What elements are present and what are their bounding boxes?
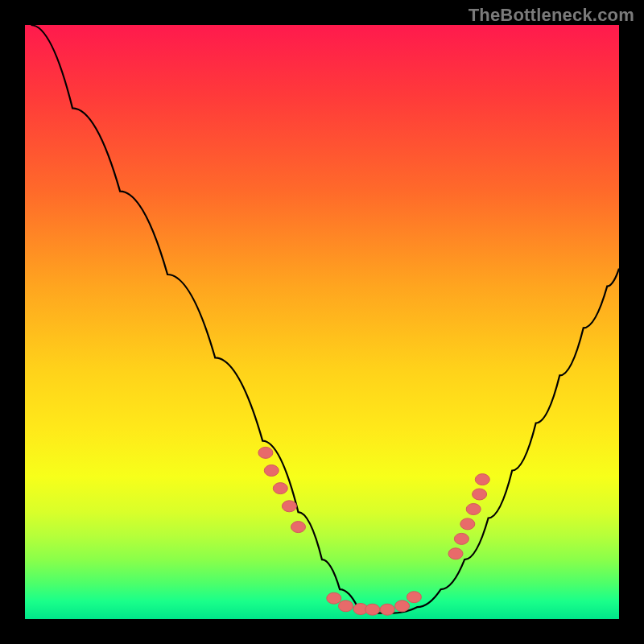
data-marker — [475, 474, 489, 485]
data-marker — [473, 489, 487, 500]
watermark-text: TheBottleneck.com — [469, 5, 634, 26]
data-marker — [264, 465, 279, 477]
chart-frame: TheBottleneck.com — [0, 0, 644, 644]
data-marker — [460, 518, 475, 530]
data-marker — [380, 604, 394, 615]
data-marker — [258, 447, 273, 458]
data-marker — [466, 504, 481, 515]
data-marker — [454, 533, 469, 544]
data-marker — [282, 501, 296, 512]
data-marker — [273, 483, 287, 494]
marker-group — [258, 447, 489, 615]
data-marker — [291, 522, 306, 533]
data-marker — [407, 592, 421, 603]
bottleneck-curve — [31, 25, 619, 613]
chart-svg — [25, 25, 619, 619]
data-marker — [327, 592, 341, 604]
data-marker — [448, 548, 463, 559]
data-marker — [395, 601, 410, 612]
data-marker — [365, 604, 380, 615]
data-marker — [339, 601, 353, 612]
